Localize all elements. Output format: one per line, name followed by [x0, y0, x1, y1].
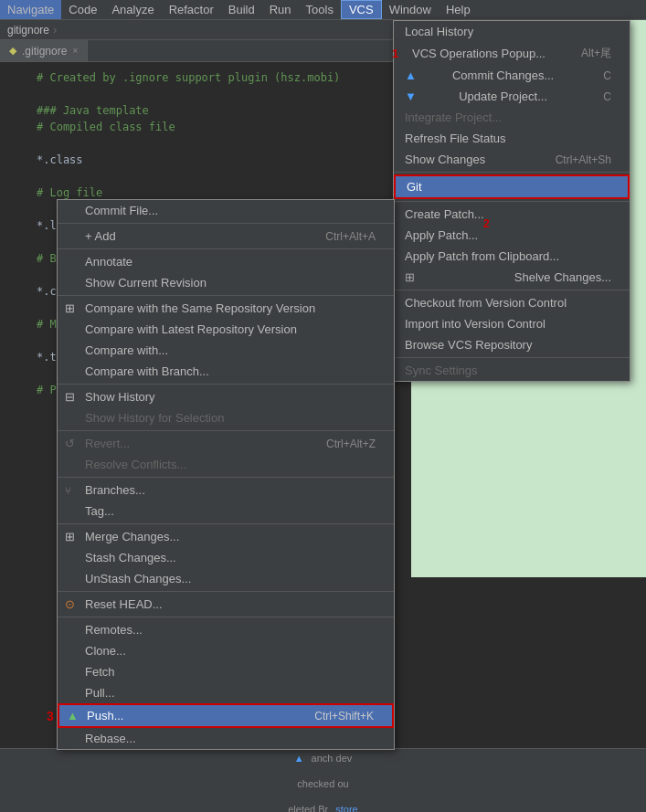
- ctx-sep-7: [58, 523, 394, 524]
- ctx-fetch[interactable]: Fetch: [58, 661, 394, 682]
- menu-tools[interactable]: Tools: [299, 0, 341, 19]
- vcs-commit-changes[interactable]: ▲ Commit Changes... C: [394, 65, 630, 86]
- status-bar: ▲ anch dev checked ou eleted Br store il…: [0, 748, 646, 812]
- vcs-operations-popup-label: VCS Operations Popup...: [412, 47, 545, 60]
- vcs-apply-patch-clipboard[interactable]: Apply Patch from Clipboard...: [394, 246, 630, 267]
- ctx-compare-branch[interactable]: Compare with Branch...: [58, 361, 394, 382]
- vcs-sep-1: [394, 172, 630, 173]
- vcs-import-label: Import into Version Control: [405, 317, 545, 331]
- ctx-pull[interactable]: Pull...: [58, 682, 394, 703]
- ctx-remotes-label: Remotes...: [85, 623, 143, 637]
- menu-refactor[interactable]: Refactor: [162, 0, 221, 19]
- menu-help[interactable]: Help: [439, 0, 478, 19]
- menu-bar: Navigate Code Analyze Refactor Build Run…: [0, 0, 646, 20]
- ctx-remotes[interactable]: Remotes...: [58, 619, 394, 640]
- ctx-compare-with-label: Compare with...: [85, 343, 168, 357]
- ctx-unstash-label: UnStash Changes...: [85, 572, 191, 585]
- ctx-compare-with[interactable]: Compare with...: [58, 340, 394, 361]
- ctx-tag[interactable]: Tag...: [58, 501, 394, 522]
- ctx-sep-9: [58, 617, 394, 617]
- vcs-shelve-changes[interactable]: ⊞ Shelve Changes...: [394, 267, 630, 288]
- ctx-tag-label: Tag...: [85, 504, 114, 518]
- vcs-git[interactable]: Git: [394, 174, 630, 199]
- vcs-show-changes[interactable]: Show Changes Ctrl+Alt+Sh: [394, 149, 630, 170]
- tab-gitignore[interactable]: ◆ .gitignore ×: [0, 40, 88, 61]
- ctx-show-history-label: Show History: [85, 390, 155, 404]
- menu-navigate[interactable]: Navigate: [0, 0, 61, 19]
- vcs-import[interactable]: Import into Version Control: [394, 313, 630, 334]
- menu-build[interactable]: Build: [221, 0, 262, 19]
- menu-analyze[interactable]: Analyze: [104, 0, 161, 19]
- ctx-compare-latest[interactable]: Compare with Latest Repository Version: [58, 319, 394, 340]
- step3-badge: 3: [47, 709, 54, 723]
- ctx-merge-changes[interactable]: ⊞ Merge Changes...: [58, 526, 394, 547]
- vcs-refresh-status[interactable]: Refresh File Status: [394, 128, 630, 149]
- tab-close-button[interactable]: ×: [72, 46, 78, 56]
- vcs-sync-settings: Sync Settings: [394, 360, 630, 381]
- ctx-rebase[interactable]: Rebase...: [58, 728, 394, 749]
- ctx-branches[interactable]: ⑂ Branches...: [58, 480, 394, 501]
- ctx-show-history[interactable]: ⊟ Show History: [58, 386, 394, 407]
- step2-badge: 2: [483, 217, 490, 230]
- compare-icon: ⊞: [65, 301, 75, 315]
- vcs-operations-popup[interactable]: 1 VCS Operations Popup... Alt+尾: [394, 42, 630, 65]
- ctx-compare-same-label: Compare with the Same Repository Version: [85, 301, 315, 315]
- vcs-local-history[interactable]: Local History: [394, 21, 630, 42]
- ctx-sep-3: [58, 295, 394, 296]
- ctx-annotate-label: Annotate: [85, 255, 132, 269]
- vcs-apply-patch[interactable]: Apply Patch... 2: [394, 225, 630, 246]
- ctx-sep-4: [58, 384, 394, 385]
- ctx-reset-head[interactable]: ⊙ Reset HEAD...: [58, 594, 394, 615]
- vcs-git-label: Git: [407, 180, 422, 194]
- ctx-show-current-label: Show Current Revision: [85, 276, 207, 290]
- ctx-push[interactable]: 3 ▲ Push... Ctrl+Shift+K: [58, 703, 394, 728]
- ctx-annotate[interactable]: Annotate: [58, 251, 394, 272]
- vcs-commit-label: Commit Changes...: [452, 69, 554, 82]
- status-store-link[interactable]: store: [335, 804, 357, 812]
- vcs-shelve-label: Shelve Changes...: [514, 270, 611, 284]
- vcs-show-changes-label: Show Changes: [405, 153, 485, 166]
- merge-icon: ⊞: [65, 530, 75, 543]
- vcs-update-label: Update Project...: [459, 90, 547, 103]
- vcs-browse[interactable]: Browse VCS Repository: [394, 334, 630, 355]
- vcs-create-patch[interactable]: Create Patch...: [394, 204, 630, 225]
- menu-window[interactable]: Window: [382, 0, 439, 19]
- ctx-branches-label: Branches...: [85, 483, 145, 497]
- vcs-sep-4: [394, 357, 630, 358]
- status-vcs-icon: ▲: [294, 753, 304, 764]
- ctx-show-current-revision[interactable]: Show Current Revision: [58, 272, 394, 293]
- vcs-checkout-label: Checkout from Version Control: [405, 296, 567, 310]
- editor-line-1: # Created by .ignore support plugin (hsz…: [37, 69, 404, 86]
- step1-badge: 1: [392, 47, 398, 60]
- ctx-unstash-changes[interactable]: UnStash Changes...: [58, 568, 394, 589]
- ctx-sep-5: [58, 430, 394, 431]
- vcs-refresh-label: Refresh File Status: [405, 132, 506, 145]
- ctx-show-history-sel-label: Show History for Selection: [85, 411, 224, 425]
- ctx-rebase-label: Rebase...: [85, 732, 136, 745]
- ctx-stash-changes[interactable]: Stash Changes...: [58, 547, 394, 568]
- vcs-update-project[interactable]: ▼ Update Project... C: [394, 86, 630, 107]
- vcs-show-changes-shortcut: Ctrl+Alt+Sh: [556, 153, 611, 166]
- ctx-compare-same[interactable]: ⊞ Compare with the Same Repository Versi…: [58, 298, 394, 319]
- vcs-browse-label: Browse VCS Repository: [405, 338, 532, 352]
- ctx-add[interactable]: + Add Ctrl+Alt+A: [58, 226, 394, 247]
- vcs-integrate-label: Integrate Project...: [405, 111, 502, 124]
- ctx-show-history-selection: Show History for Selection: [58, 407, 394, 428]
- menu-code[interactable]: Code: [61, 0, 104, 19]
- menu-run[interactable]: Run: [262, 0, 299, 19]
- breadcrumb-path: gitignore: [7, 24, 49, 37]
- ctx-clone[interactable]: Clone...: [58, 640, 394, 661]
- ctx-revert: ↺ Revert... Ctrl+Alt+Z: [58, 433, 394, 454]
- vcs-operations-popup-shortcut: Alt+尾: [581, 46, 611, 61]
- ctx-commit-file-label: Commit File...: [85, 204, 158, 217]
- editor-line-3: ### Java template: [37, 102, 404, 119]
- status-checked: checked ou: [297, 778, 348, 789]
- push-icon: ▲: [67, 709, 79, 722]
- vcs-dropdown-menu[interactable]: Local History 1 VCS Operations Popup... …: [393, 20, 630, 382]
- menu-vcs[interactable]: VCS: [341, 0, 382, 19]
- vcs-checkout[interactable]: Checkout from Version Control: [394, 292, 630, 313]
- ctx-push-shortcut: Ctrl+Shift+K: [314, 710, 374, 722]
- ctx-commit-file[interactable]: Commit File...: [58, 200, 394, 221]
- context-menu[interactable]: Commit File... + Add Ctrl+Alt+A Annotate…: [57, 199, 395, 750]
- ctx-reset-head-label: Reset HEAD...: [85, 597, 163, 611]
